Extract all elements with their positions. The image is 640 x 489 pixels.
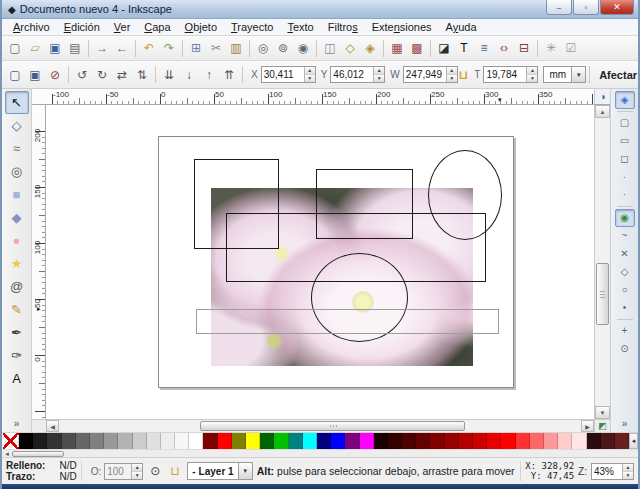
flip-horizontal-icon[interactable]: ⇄ — [112, 65, 132, 85]
ellipse-tool[interactable]: ● — [5, 229, 29, 252]
print-icon[interactable]: ▤ — [65, 38, 85, 58]
snap-intersections-icon[interactable]: ✕ — [615, 245, 635, 263]
y-spinner[interactable]: ▲▼ — [373, 67, 384, 82]
width-input[interactable]: 247,949 — [404, 67, 446, 82]
vertical-scrollbar-thumb[interactable] — [596, 263, 609, 325]
height-spinner[interactable]: ▲▼ — [526, 67, 537, 82]
snapbar-overflow-chevron[interactable]: » — [622, 418, 628, 429]
ungroup-icon[interactable]: ▩ — [407, 38, 427, 58]
color-swatch[interactable] — [601, 433, 615, 449]
snap-bbox-icon[interactable]: ▢ — [615, 114, 635, 132]
color-swatch[interactable] — [416, 433, 430, 449]
color-swatch[interactable] — [345, 433, 359, 449]
lock-ratio-icon[interactable]: ⊔ — [458, 65, 470, 85]
flip-vertical-icon[interactable]: ⇅ — [132, 65, 152, 85]
snap-bbox-corners-icon[interactable]: ◻ — [615, 150, 635, 168]
palette-scroll-arrow-icon[interactable]: ◂ — [629, 433, 638, 449]
pencil-tool[interactable]: ✎ — [5, 298, 29, 321]
fill-stroke-icon[interactable]: ◪ — [434, 38, 454, 58]
preferences-icon[interactable]: ✳ — [541, 38, 561, 58]
color-swatch[interactable] — [104, 433, 118, 449]
color-swatch[interactable] — [516, 433, 530, 449]
clone-icon[interactable]: ◇ — [340, 38, 360, 58]
snap-midpoints-icon[interactable]: • — [615, 299, 635, 317]
color-swatch[interactable] — [445, 433, 459, 449]
menu-objeto[interactable]: Objeto — [178, 20, 224, 34]
color-swatch[interactable] — [487, 433, 501, 449]
snap-object-centers-icon[interactable]: + — [615, 322, 635, 340]
snap-cusp-nodes-icon[interactable]: ◇ — [615, 263, 635, 281]
menu-texto[interactable]: Texto — [280, 20, 320, 34]
snap-smooth-nodes-icon[interactable]: ○ — [615, 281, 635, 299]
color-swatch[interactable] — [62, 433, 76, 449]
zoom-drawing-icon[interactable]: ⊚ — [273, 38, 293, 58]
undo-icon[interactable]: ↶ — [139, 38, 159, 58]
menu-capa[interactable]: Capa — [137, 20, 177, 34]
color-swatch[interactable] — [501, 433, 515, 449]
height-input[interactable]: 19,784 — [484, 67, 526, 82]
color-swatch[interactable] — [260, 433, 274, 449]
x-input[interactable]: 30,411 — [262, 67, 304, 82]
import-icon[interactable]: → — [92, 38, 112, 58]
xml-editor-icon[interactable]: ‹› — [494, 38, 514, 58]
tweak-tool[interactable]: ≈ — [5, 137, 29, 160]
color-swatch[interactable] — [218, 433, 232, 449]
color-swatch[interactable] — [90, 433, 104, 449]
color-managed-display-button[interactable]: ◩ — [594, 419, 610, 432]
units-dropdown[interactable]: mm ▼ — [543, 66, 586, 83]
layer-lock-icon[interactable]: ⊔ — [167, 464, 183, 478]
horizontal-scrollbar-thumb[interactable] — [200, 421, 465, 431]
spiral-tool[interactable]: @ — [5, 275, 29, 298]
selector-tool[interactable]: ↖ — [5, 91, 29, 114]
select-all-layers-icon[interactable]: ▣ — [25, 65, 45, 85]
vertical-scrollbar[interactable]: ▲ ▼ — [594, 105, 610, 419]
node-tool[interactable]: ◇ — [5, 114, 29, 137]
color-swatch[interactable] — [430, 433, 444, 449]
new-document-icon[interactable]: ▢ — [5, 38, 25, 58]
color-swatch[interactable] — [331, 433, 345, 449]
titlebar[interactable]: ◆ Documento nuevo 4 - Inkscape – ▫ ✕ — [2, 0, 638, 19]
palette-scrollbar-thumb[interactable] — [12, 451, 64, 457]
paste-icon[interactable]: ▥ — [226, 38, 246, 58]
menu-ayuda[interactable]: Ayuda — [439, 20, 484, 34]
lower-icon[interactable]: ↓ — [179, 65, 199, 85]
scroll-right-icon[interactable]: ▶ — [581, 420, 594, 432]
color-swatch[interactable] — [360, 433, 374, 449]
color-none-swatch[interactable] — [3, 433, 19, 449]
color-swatch[interactable] — [147, 433, 161, 449]
menu-ver[interactable]: Ver — [107, 20, 138, 34]
color-swatch[interactable] — [47, 433, 61, 449]
horizontal-scrollbar[interactable]: ◀ ▶ — [46, 419, 594, 432]
color-swatch[interactable] — [303, 433, 317, 449]
layer-dropdown-arrow-icon[interactable]: ▼ — [238, 463, 252, 479]
zoom-tool[interactable]: ◎ — [5, 160, 29, 183]
rotate-cw-icon[interactable]: ↻ — [92, 65, 112, 85]
ellipse-shape[interactable] — [428, 150, 502, 240]
zoom-spinner[interactable]: ▲▼ — [622, 464, 633, 479]
document-properties-icon[interactable]: ☑ — [561, 38, 581, 58]
color-swatch[interactable] — [402, 433, 416, 449]
lower-to-bottom-icon[interactable]: ⇊ — [159, 65, 179, 85]
menu-trayecto[interactable]: Trayecto — [224, 20, 280, 34]
opacity-spinner[interactable]: ▲▼ — [131, 464, 142, 479]
ruler-corner-button[interactable]: ◑ — [594, 89, 610, 105]
zoom-page-icon[interactable]: ◉ — [293, 38, 313, 58]
color-swatch[interactable] — [232, 433, 246, 449]
color-swatch[interactable] — [572, 433, 586, 449]
color-swatch[interactable] — [374, 433, 388, 449]
color-swatch[interactable] — [161, 433, 175, 449]
color-swatch[interactable] — [388, 433, 402, 449]
opacity-input[interactable]: 100 — [105, 464, 131, 479]
select-all-icon[interactable]: ▢ — [5, 65, 25, 85]
bezier-tool[interactable]: ✒ — [5, 321, 29, 344]
canvas-viewport[interactable] — [46, 105, 594, 419]
toolbox-overflow-chevron[interactable]: » — [14, 418, 20, 429]
palette-scroll-left-icon[interactable]: ◄ — [2, 451, 12, 457]
color-swatch[interactable] — [289, 433, 303, 449]
color-swatch[interactable] — [203, 433, 217, 449]
layer-visibility-eye-icon[interactable]: ⊙ — [147, 464, 163, 478]
vertical-ruler[interactable]: ▸ 200150100500 — [32, 105, 46, 419]
snap-paths-icon[interactable]: ~ — [615, 227, 635, 245]
color-swatch[interactable] — [274, 433, 288, 449]
snap-bbox-midpoints-icon[interactable]: ∙ — [615, 168, 635, 186]
